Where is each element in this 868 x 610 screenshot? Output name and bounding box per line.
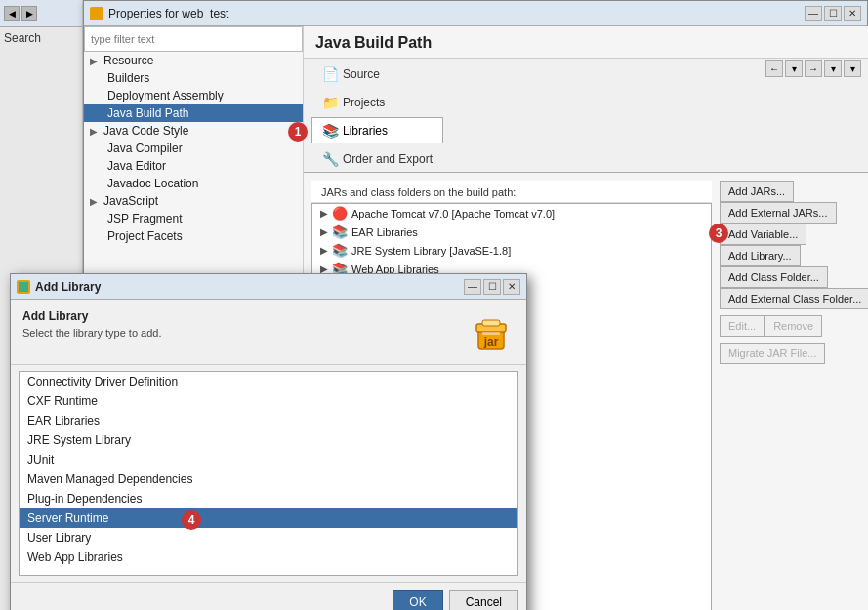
- toolbar-btn-2[interactable]: ▶: [21, 6, 37, 21]
- tree-item-project-facets[interactable]: Project Facets: [84, 227, 303, 245]
- tree-item-javadoc-location[interactable]: Javadoc Location: [84, 175, 303, 192]
- expand-arrow-icon: ▶: [320, 226, 328, 237]
- dialog-list-item-connectivity-driver-definition[interactable]: Connectivity Driver Definition: [20, 372, 517, 391]
- tree-item-label: JavaScript: [103, 194, 158, 208]
- dialog-list-item-cxf-runtime[interactable]: CXF Runtime: [20, 391, 517, 411]
- dialog-list-item-web-app-libraries[interactable]: Web App Libraries: [20, 548, 517, 567]
- tree-item-label: Java Editor: [107, 159, 166, 173]
- ok-button[interactable]: OK: [393, 590, 442, 610]
- nav-extra-button[interactable]: ▾: [844, 60, 861, 77]
- close-button[interactable]: ✕: [844, 6, 861, 21]
- dialog-header: Add Library Select the library type to a…: [11, 300, 526, 365]
- dialog-subtitle: Select the library type to add.: [22, 327, 161, 339]
- svg-rect-4: [482, 320, 500, 326]
- library-icon: 🔴: [332, 206, 348, 221]
- dialog-list-item-jre-system-library[interactable]: JRE System Library: [20, 430, 517, 450]
- dialog-list: Connectivity Driver DefinitionCXF Runtim…: [19, 371, 518, 576]
- tree-item-label: Java Build Path: [107, 106, 188, 120]
- dialog-list-item-server-runtime[interactable]: Server Runtime: [20, 508, 517, 528]
- tree-item-label: Deployment Assembly: [107, 89, 224, 102]
- sidebar-menu: Search: [0, 27, 82, 49]
- badge-1: 1: [288, 122, 308, 142]
- tree-container: ▶ResourceBuildersDeployment AssemblyJava…: [84, 52, 303, 245]
- expand-arrow-icon: ▶: [90, 196, 98, 207]
- tab-icon: 📁: [322, 95, 339, 110]
- dialog-list-item-plug-in-dependencies[interactable]: Plug-in Dependencies: [20, 489, 517, 508]
- tab-projects[interactable]: 📁Projects: [311, 89, 443, 115]
- action-button-add-library[interactable]: Add Library...: [720, 245, 801, 266]
- dialog-title-bar: Add Library — ☐ ✕: [11, 274, 526, 300]
- tab-label: Libraries: [343, 124, 388, 138]
- svg-rect-0: [92, 9, 102, 19]
- badge-4: 4: [182, 510, 201, 530]
- tree-item-label: Java Compiler: [107, 142, 183, 155]
- library-icon: 📚: [332, 224, 348, 239]
- nav-arrows: ← ▾ → ▾ ▾: [765, 60, 861, 77]
- tab-label: Projects: [343, 96, 385, 109]
- expand-arrow-icon: ▶: [320, 245, 328, 256]
- window-title: Properties for web_test: [108, 7, 228, 20]
- action-button-add-jars[interactable]: Add JARs...: [720, 181, 794, 202]
- tree-item-resource[interactable]: ▶Resource: [84, 52, 303, 69]
- action-button-add-external-class-folder[interactable]: Add External Class Folder...: [720, 288, 868, 309]
- dialog-list-item-ear-libraries[interactable]: EAR Libraries: [20, 411, 517, 430]
- minimize-button[interactable]: —: [805, 6, 822, 21]
- cancel-button[interactable]: Cancel: [449, 590, 518, 610]
- toolbar-btn-1[interactable]: ◀: [4, 6, 20, 21]
- nav-forward-button[interactable]: →: [805, 60, 822, 77]
- tree-item-label: JSP Fragment: [107, 212, 182, 225]
- action-button-add-variable[interactable]: Add Variable...: [720, 224, 806, 245]
- action-button-remove: Remove: [765, 315, 822, 337]
- dialog-close-button[interactable]: ✕: [503, 279, 520, 295]
- tree-item-java-compiler[interactable]: Java Compiler: [84, 140, 303, 157]
- nav-forward-dropdown-button[interactable]: ▾: [824, 60, 842, 77]
- dialog-title-text: Add Library: [35, 280, 101, 294]
- libraries-info: JARs and class folders on the build path…: [311, 181, 712, 203]
- library-item[interactable]: ▶🔴Apache Tomcat v7.0 [Apache Tomcat v7.0…: [312, 204, 711, 223]
- window-icon: [90, 7, 103, 20]
- tree-item-java-editor[interactable]: Java Editor: [84, 157, 303, 175]
- maximize-button[interactable]: ☐: [824, 6, 842, 21]
- tree-item-java-code-style[interactable]: ▶Java Code Style: [84, 122, 303, 140]
- tree-item-deployment-assembly[interactable]: Deployment Assembly: [84, 87, 303, 104]
- action-button-edit: Edit...: [720, 315, 765, 337]
- dialog-minimize-button[interactable]: —: [464, 279, 481, 295]
- filter-input[interactable]: [84, 26, 303, 52]
- dialog-header-title: Add Library: [22, 309, 161, 323]
- library-name: JRE System Library [JavaSE-1.8]: [351, 245, 511, 257]
- sidebar-toolbar: ◀ ▶: [0, 0, 82, 27]
- tab-label: Source: [343, 67, 380, 81]
- library-item[interactable]: ▶📚JRE System Library [JavaSE-1.8]: [312, 241, 711, 260]
- tree-item-label: Builders: [107, 71, 149, 85]
- svg-rect-1: [19, 282, 28, 292]
- nav-back-button[interactable]: ←: [765, 60, 783, 77]
- badge-3: 3: [709, 224, 728, 243]
- action-button-add-external-jars[interactable]: Add External JARs...: [720, 202, 837, 224]
- title-controls: — ☐ ✕: [805, 6, 861, 21]
- dialog-maximize-button[interactable]: ☐: [483, 279, 501, 295]
- tab-source[interactable]: 📄Source: [311, 61, 443, 87]
- dialog-icon: [17, 280, 30, 294]
- library-item[interactable]: ▶📚EAR Libraries: [312, 223, 711, 241]
- right-buttons: Add JARs...Add External JARs...Add Varia…: [720, 181, 861, 610]
- tab-order-and-export[interactable]: 🔧Order and Export: [311, 145, 443, 172]
- action-button-migrate-jar-file: Migrate JAR File...: [720, 343, 825, 364]
- jar-icon: jar: [468, 309, 515, 356]
- dialog-controls: — ☐ ✕: [464, 279, 520, 295]
- tab-libraries[interactable]: 📚Libraries: [311, 117, 443, 143]
- tree-item-java-build-path[interactable]: Java Build Path: [84, 104, 303, 122]
- tree-item-label: Project Facets: [107, 229, 183, 243]
- search-menu-item[interactable]: Search: [4, 29, 41, 47]
- action-button-add-class-folder[interactable]: Add Class Folder...: [720, 266, 828, 288]
- expand-arrow-icon: ▶: [320, 208, 328, 219]
- dialog-list-item-user-library[interactable]: User Library: [20, 528, 517, 548]
- expand-arrow-icon: ▶: [90, 56, 98, 66]
- tree-item-builders[interactable]: Builders: [84, 69, 303, 87]
- tree-item-label: Javadoc Location: [107, 177, 198, 190]
- dialog-list-item-maven-managed-dependencies[interactable]: Maven Managed Dependencies: [20, 469, 517, 489]
- tree-item-javascript[interactable]: ▶JavaScript: [84, 192, 303, 210]
- nav-dropdown-button[interactable]: ▾: [785, 60, 803, 77]
- tab-icon: 📄: [322, 66, 339, 82]
- dialog-list-item-junit[interactable]: JUnit: [20, 450, 517, 469]
- tree-item-jsp-fragment[interactable]: JSP Fragment: [84, 210, 303, 227]
